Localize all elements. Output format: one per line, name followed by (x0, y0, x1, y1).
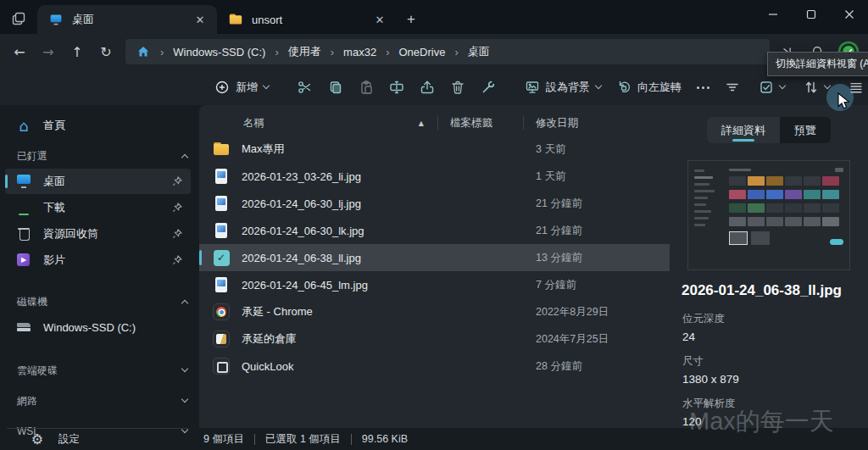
cut-icon (298, 80, 313, 95)
sidebar-item[interactable]: 影片 (5, 247, 191, 273)
share-button[interactable] (412, 73, 442, 102)
details-tab[interactable]: 預覽 (780, 117, 831, 143)
file-type-icon (213, 358, 230, 375)
status-summary: 9 個項目 已選取 1 個項目 99.56 KiB (203, 432, 408, 447)
select-button[interactable] (751, 73, 793, 102)
file-icon-cell: ✓ (212, 358, 231, 375)
rename-button[interactable] (381, 73, 412, 102)
file-row[interactable]: ✓ 2026-01-24_06-38_ll.jpg 13 分鐘前 (199, 244, 670, 271)
maximize-button[interactable] (792, 0, 830, 29)
filter-button[interactable] (717, 73, 748, 102)
breadcrumb-separator-icon: › (378, 46, 397, 58)
file-row[interactable]: ✓ 承延 - Chrome 2022年8月29日 (199, 298, 670, 325)
sidebar-item-settings[interactable]: ⚙ 設定 (29, 431, 203, 447)
chevron-down-icon (181, 396, 188, 403)
explorer-tab[interactable]: 桌面 ✕ (37, 5, 217, 34)
column-label: 修改日期 (536, 117, 578, 129)
file-icon-cell: ✓ (212, 169, 231, 184)
copy-button[interactable] (320, 73, 351, 102)
breadcrumb-item[interactable]: max32 (342, 44, 378, 60)
sidebar-item-icon (15, 253, 32, 268)
column-header-tags[interactable]: 檔案標籤 (438, 116, 523, 131)
file-name: 2026-01-23_03-26_li.jpg (242, 170, 439, 183)
breadcrumb-item[interactable]: Windows-SSD (C:) (171, 44, 267, 60)
status-divider (351, 434, 352, 445)
details-pane: 詳細資料 預覽 (670, 105, 868, 428)
window-body: ⌂ 首頁 已釘選 桌面 (0, 105, 868, 428)
thumbnail-swatch (729, 203, 746, 213)
file-row[interactable]: ✓ QuickLook 28 分鐘前 (199, 353, 670, 380)
sidebar-item[interactable]: 資源回收筒 (5, 221, 191, 247)
file-list-area: 名稱 ▲ 檔案標籤 修改日期 ✓ (199, 105, 670, 428)
file-row[interactable]: ✓ 2026-01-23_03-26_li.jpg 1 天前 (199, 163, 670, 190)
pin-icon (172, 255, 182, 265)
cut-button[interactable] (290, 73, 320, 102)
thumbnail-swatch (804, 217, 821, 226)
tab-list-button[interactable] (0, 3, 37, 34)
up-button[interactable]: ↑ (63, 38, 92, 65)
rotate-left-label: 向左旋轉 (637, 80, 682, 95)
sidebar-item-home[interactable]: ⌂ 首頁 (5, 113, 191, 138)
file-date-modified: 21 分鐘前 (524, 224, 665, 238)
minimize-button[interactable] (754, 0, 792, 29)
breadcrumb-item[interactable]: 使用者 (287, 42, 323, 61)
file-row[interactable]: ✓ Max專用 3 天前 (199, 136, 670, 163)
file-name: QuickLook (242, 360, 439, 373)
tab-close-icon[interactable]: ✕ (371, 11, 388, 28)
file-preview-thumbnail (687, 160, 850, 270)
delete-button[interactable] (442, 73, 473, 102)
column-headers: 名稱 ▲ 檔案標籤 修改日期 (199, 110, 670, 136)
rotate-left-button[interactable]: 向左旋轉 (609, 73, 689, 102)
thumbnail-swatch (748, 176, 765, 186)
back-button[interactable]: ← (5, 38, 34, 65)
tab-close-icon[interactable]: ✕ (192, 11, 209, 28)
wrench-icon (481, 80, 496, 95)
sidebar-item-drive[interactable]: Windows-SSD (C:) (5, 314, 191, 340)
new-tab-button[interactable]: + (397, 5, 426, 34)
thumbnail-swatch (766, 217, 783, 226)
file-row[interactable]: ✓ 2026-01-24_06-45_lm.jpg 7 分鐘前 (199, 271, 670, 298)
home-icon: ⌂ (15, 118, 32, 133)
new-button-label: 新增 (236, 80, 258, 95)
breadcrumb-item[interactable]: 桌面 (466, 42, 492, 61)
sidebar-section-pinned[interactable]: 已釘選 (12, 145, 187, 167)
forward-button[interactable]: → (34, 38, 63, 65)
new-button[interactable]: 新增 (207, 73, 276, 102)
breadcrumb-item[interactable]: OneDrive (397, 44, 447, 60)
details-tab-label: 詳細資料 (721, 124, 765, 136)
sidebar-section-drives[interactable]: 磁碟機 (12, 291, 187, 313)
sidebar-section-collapsed[interactable]: 網路 (12, 390, 187, 412)
minimize-icon (767, 8, 779, 20)
chevron-down-icon (263, 82, 270, 89)
set-background-button[interactable]: 設為背景 (517, 73, 609, 102)
refresh-button[interactable]: ↻ (92, 38, 120, 65)
sidebar-item[interactable]: 桌面 (5, 169, 191, 194)
explorer-tab[interactable]: unsort ✕ (217, 5, 397, 34)
navigation-sidebar: ⌂ 首頁 已釘選 桌面 (0, 105, 199, 428)
section-label: 雲端硬碟 (17, 364, 58, 378)
file-icon-cell: ✓ (212, 196, 231, 211)
sidebar-item-icon (15, 200, 32, 215)
file-row[interactable]: ✓ 2026-01-24_06-30_lj.jpg 21 分鐘前 (199, 190, 670, 217)
file-icon-cell: ✓ (212, 303, 231, 320)
address-breadcrumb-bar[interactable]: ›Windows-SSD (C:) ›使用者 ›max32 ›OneDrive … (125, 39, 770, 64)
selected-checkbox[interactable]: ✓ (214, 250, 230, 266)
close-button[interactable] (830, 0, 868, 29)
sidebar-item[interactable]: 下載 (5, 195, 191, 220)
column-header-name[interactable]: 名稱 ▲ (199, 116, 437, 131)
file-name: 2026-01-24_06-30_lj.jpg (242, 197, 439, 210)
home-icon[interactable] (134, 39, 153, 64)
file-row[interactable]: ✓ 承延的倉庫 2024年7月25日 (199, 325, 670, 353)
paste-button[interactable] (351, 73, 381, 102)
more-options-button[interactable] (689, 73, 717, 102)
window-caption-buttons (754, 0, 868, 29)
file-row[interactable]: ✓ 2026-01-24_06-30_lk.jpg 21 分鐘前 (199, 217, 670, 244)
status-divider (254, 434, 255, 445)
close-icon (843, 8, 855, 20)
settings-label: 設定 (58, 432, 80, 447)
properties-button[interactable] (473, 73, 504, 102)
column-header-date[interactable]: 修改日期 (524, 116, 665, 131)
thumbnail-swatch (785, 217, 802, 226)
details-tab[interactable]: 詳細資料 (707, 117, 780, 143)
sidebar-section-collapsed[interactable]: 雲端硬碟 (12, 359, 187, 381)
